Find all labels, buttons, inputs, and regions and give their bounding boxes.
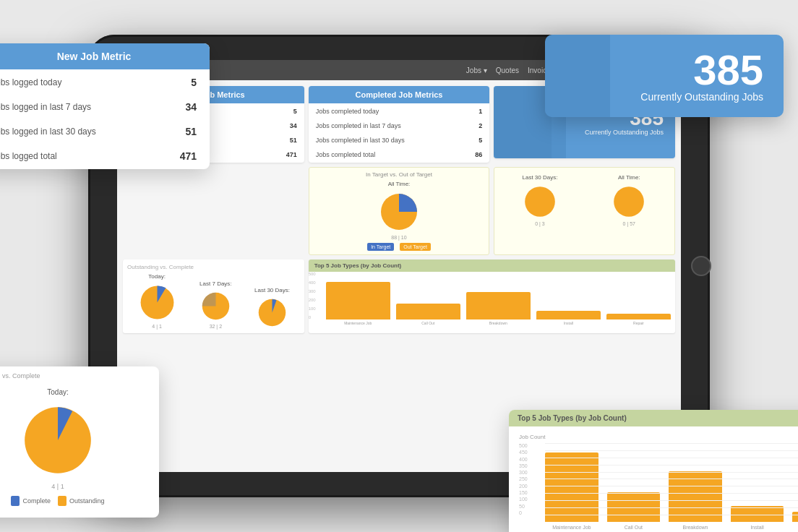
today-values: 4 | 1 bbox=[51, 483, 64, 490]
metric-value: 5 bbox=[267, 105, 303, 118]
metric-row: Jobs completed total 86 bbox=[310, 148, 489, 161]
floating-metric-label-today: Jobs logged today bbox=[0, 71, 153, 94]
floating-bar-chart-card: Top 5 Job Types (by Job Count) Job Count… bbox=[509, 410, 798, 532]
floating-new-job-metric-card: New Job Metric Jobs logged today 5 Jobs … bbox=[0, 43, 210, 169]
floating-outstanding-label: Currently Outstanding Jobs bbox=[640, 91, 763, 103]
bar-install: Install bbox=[731, 506, 784, 530]
floating-metric-row-30days: Jobs logged in last 30 days 51 bbox=[0, 120, 208, 143]
floating-metric-label-7days: Jobs logged in last 7 days bbox=[0, 95, 153, 119]
floating-new-job-metric-header: New Job Metric bbox=[0, 43, 210, 69]
outstanding-vs-complete-section: Outstanding vs. Complete Today: 4 | 1 La… bbox=[123, 259, 304, 333]
floating-outstanding-vs-complete-card: Outstanding vs. Complete Today: 4 | 1 Co… bbox=[0, 366, 159, 518]
outstanding-vs-complete-title: Outstanding vs. Complete bbox=[0, 366, 159, 382]
metric-row: Jobs completed in last 7 days 2 bbox=[310, 119, 489, 132]
metric-value: 86 bbox=[460, 148, 489, 161]
nav-jobs[interactable]: Jobs ▾ bbox=[466, 66, 487, 74]
complete-legend-label: Complete bbox=[22, 497, 51, 505]
floating-metric-row-today: Jobs logged today 5 bbox=[0, 71, 208, 94]
floating-metric-value-7days: 34 bbox=[154, 95, 208, 119]
bar-chart-sm: Top 5 Job Types (by Job Count) 500400300… bbox=[309, 259, 675, 333]
today-label: Today: bbox=[47, 388, 68, 396]
metric-value: 51 bbox=[267, 134, 303, 147]
page-wrapper: Jobs ▾ Quotes Invoices Sites Customer Da… bbox=[0, 0, 798, 532]
completed-job-metrics-card: Completed Job Metrics Jobs completed tod… bbox=[309, 86, 490, 163]
metric-row: Jobs completed in last 30 days 5 bbox=[310, 134, 489, 147]
metric-value: 471 bbox=[267, 148, 303, 161]
floating-metric-row-total: Jobs logged total 471 bbox=[0, 145, 208, 168]
bar-repair: Repair bbox=[792, 512, 798, 530]
metric-label: Jobs completed today bbox=[310, 105, 459, 118]
floating-metric-value-today: 5 bbox=[154, 71, 208, 94]
floating-metric-label-total: Jobs logged total bbox=[0, 145, 153, 168]
metric-label: Jobs completed total bbox=[310, 148, 459, 161]
bar-maintenance: Maintenance Job bbox=[545, 452, 598, 530]
completed-job-metrics-header: Completed Job Metrics bbox=[309, 86, 490, 103]
floating-metric-value-total: 471 bbox=[154, 145, 208, 168]
metric-value: 34 bbox=[267, 119, 303, 132]
metric-row: Jobs completed today 1 bbox=[310, 105, 489, 118]
floating-outstanding-number-card: 385 Currently Outstanding Jobs bbox=[545, 35, 784, 117]
floating-metric-label-30days: Jobs logged in last 30 days bbox=[0, 120, 153, 143]
tablet-camera-button bbox=[691, 256, 711, 276]
in-target-section: In Target vs. Out of Target All Time: 88… bbox=[309, 167, 490, 255]
outstanding-vs-title: Outstanding vs. Complete bbox=[127, 264, 300, 270]
floating-metric-row-7days: Jobs logged in last 7 days 34 bbox=[0, 95, 208, 119]
bar-chart-y-label: Job Count bbox=[519, 434, 798, 440]
metric-value: 2 bbox=[460, 119, 489, 132]
floating-outstanding-number: 385 bbox=[640, 49, 763, 91]
svg-point-1 bbox=[525, 186, 555, 217]
nav-quotes[interactable]: Quotes bbox=[496, 66, 519, 74]
last30-target-section: Last 30 Days: 0 | 3 All Time: 0 | 57 bbox=[494, 167, 675, 255]
outstanding-label-sm: Currently Outstanding Jobs bbox=[585, 129, 664, 136]
svg-point-2 bbox=[614, 186, 644, 217]
floating-metric-value-30days: 51 bbox=[154, 120, 208, 143]
bar-breakdown: Breakdown bbox=[669, 471, 722, 530]
metric-label: Jobs completed in last 30 days bbox=[310, 134, 459, 147]
metric-label: Jobs completed in last 7 days bbox=[310, 119, 459, 132]
bar-chart-header: Top 5 Job Types (by Job Count) bbox=[509, 410, 798, 426]
metric-value: 1 bbox=[460, 105, 489, 118]
in-target-title: In Target vs. Out of Target bbox=[313, 171, 486, 178]
metric-value: 5 bbox=[460, 134, 489, 147]
bar-callout: Call Out bbox=[607, 492, 661, 530]
outstanding-legend-label: Outstanding bbox=[69, 497, 105, 505]
